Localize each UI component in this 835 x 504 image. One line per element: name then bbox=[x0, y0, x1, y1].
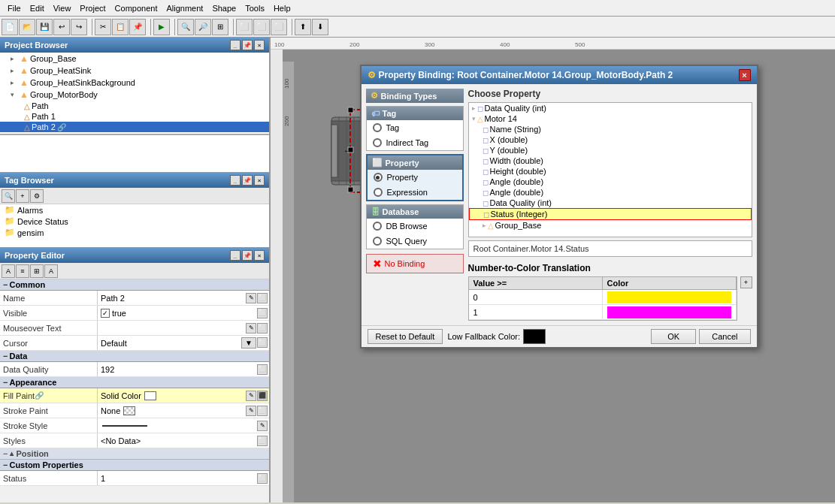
tb-fit[interactable]: ⊞ bbox=[212, 19, 228, 35]
pe-tb-4[interactable]: A bbox=[44, 264, 58, 278]
pt-angle1[interactable]: ◻ Angle (double) bbox=[469, 177, 752, 187]
tree-item-path[interactable]: △ Path bbox=[0, 101, 269, 111]
reset-default-button[interactable]: Reset to Default bbox=[368, 329, 443, 344]
indirect-tag-option[interactable]: Indirect Tag bbox=[367, 135, 463, 150]
menu-project[interactable]: Project bbox=[75, 2, 110, 14]
prop-bind-styles[interactable]: ⬜ bbox=[257, 436, 268, 446]
tb-undo[interactable]: ↩ bbox=[53, 19, 70, 35]
tb-zoom-in[interactable]: 🔍 bbox=[177, 19, 194, 35]
pt-height[interactable]: ◻ Height (double) bbox=[469, 166, 752, 177]
tree-item-path1[interactable]: △ Path 1 bbox=[0, 111, 269, 122]
dialog-ok-button[interactable]: OK bbox=[651, 329, 696, 344]
menu-view[interactable]: View bbox=[49, 2, 76, 14]
tb-align-left[interactable]: ⬜ bbox=[236, 19, 253, 35]
tb-redo[interactable]: ↪ bbox=[71, 19, 87, 35]
tb-new[interactable]: 📄 bbox=[2, 19, 18, 35]
pb-pin[interactable]: 📌 bbox=[242, 40, 253, 50]
pb-minimize[interactable]: _ bbox=[230, 40, 241, 50]
tag-item-alarms[interactable]: 📁 Alarms bbox=[0, 204, 269, 216]
pt-data-quality[interactable]: ▸ ◻ Data Quality (int) bbox=[469, 103, 752, 113]
tag-radio[interactable] bbox=[373, 123, 382, 132]
pe-pin[interactable]: 📌 bbox=[242, 250, 253, 261]
tb-align-right[interactable]: ⬜ bbox=[271, 19, 287, 35]
menu-file[interactable]: File bbox=[3, 2, 26, 14]
pt-status[interactable]: ◻ Status (Integer) bbox=[469, 208, 752, 220]
prop-edit-stroke[interactable]: ✎ bbox=[246, 406, 256, 416]
tb-close-btn[interactable]: × bbox=[254, 175, 265, 186]
prop-edit-name[interactable]: ✎ bbox=[246, 293, 256, 303]
pt-angle2[interactable]: ◻ Angle (double) bbox=[469, 187, 752, 198]
no-binding-button[interactable]: ✖ No Binding bbox=[366, 254, 464, 273]
sql-query-option[interactable]: SQL Query bbox=[367, 234, 463, 249]
expression-option[interactable]: Expression bbox=[368, 185, 462, 200]
prop-bind-visible[interactable]: ⬜ bbox=[257, 308, 268, 318]
tb-save[interactable]: 💾 bbox=[36, 19, 53, 35]
menu-help[interactable]: Help bbox=[269, 2, 295, 14]
tb-cut[interactable]: ✂ bbox=[95, 19, 111, 35]
property-tree[interactable]: ▸ ◻ Data Quality (int) ▾ △ Motor 14 bbox=[468, 102, 752, 237]
tb-open[interactable]: 📂 bbox=[19, 19, 35, 35]
menu-tools[interactable]: Tools bbox=[241, 2, 269, 14]
prop-bind-dq[interactable]: ⬜ bbox=[257, 364, 268, 375]
tree-item-path2[interactable]: △ Path 2 🔗 bbox=[0, 122, 269, 132]
pe-tb-1[interactable]: A bbox=[2, 264, 15, 278]
prop-edit-fill[interactable]: ✎ bbox=[246, 391, 256, 401]
property-option[interactable]: Property bbox=[368, 170, 462, 185]
tb-zoom-out[interactable]: 🔎 bbox=[195, 19, 211, 35]
pe-tb-2[interactable]: ≡ bbox=[16, 264, 29, 278]
pt-name[interactable]: ◻ Name (String) bbox=[469, 124, 752, 134]
pb-close[interactable]: × bbox=[254, 40, 265, 50]
pe-close[interactable]: × bbox=[254, 250, 265, 261]
prop-bind-name[interactable]: ⬜ bbox=[257, 293, 268, 303]
tb-back[interactable]: ⬇ bbox=[312, 19, 328, 35]
tb-copy[interactable]: 📋 bbox=[112, 19, 129, 35]
tree-item-heatsinkbg[interactable]: ▸ ▲ Group_HeatSinkBackground bbox=[0, 77, 269, 89]
prop-bind-fill[interactable]: ⬛ bbox=[257, 391, 268, 401]
tag-option[interactable]: Tag bbox=[367, 120, 463, 135]
nct-add-icon[interactable]: + bbox=[740, 276, 752, 288]
tag-item-device-status[interactable]: 📁 Device Status bbox=[0, 216, 269, 227]
pe-minimize[interactable]: _ bbox=[230, 250, 241, 261]
tb-minimize[interactable]: _ bbox=[230, 175, 241, 186]
pt-x[interactable]: ◻ X (double) bbox=[469, 134, 752, 145]
pt-width[interactable]: ◻ Width (double) bbox=[469, 155, 752, 166]
prop-edit-strokestyle[interactable]: ✎ bbox=[257, 421, 268, 431]
db-browse-radio[interactable] bbox=[373, 222, 382, 231]
property-radio[interactable] bbox=[374, 173, 383, 182]
indirect-tag-radio[interactable] bbox=[373, 138, 382, 147]
prop-edit-mouseover[interactable]: ✎ bbox=[246, 323, 256, 333]
pe-tb-3[interactable]: ⊞ bbox=[30, 264, 44, 278]
menu-edit[interactable]: Edit bbox=[26, 2, 49, 14]
pt-group-base[interactable]: ▸ △ Group_Base bbox=[469, 220, 752, 231]
menu-alignment[interactable]: Alignment bbox=[162, 2, 207, 14]
sql-query-radio[interactable] bbox=[373, 237, 382, 246]
prop-bind-cursor[interactable]: ⬜ bbox=[257, 337, 268, 348]
expression-radio[interactable] bbox=[374, 188, 383, 197]
visible-checkbox[interactable]: ✓ bbox=[101, 309, 110, 318]
tree-item-group-base[interactable]: ▸ ▲ Group_Base bbox=[0, 53, 269, 65]
tb-paste[interactable]: 📌 bbox=[129, 19, 146, 35]
tb-align-center[interactable]: ⬜ bbox=[253, 19, 270, 35]
tag-tb-btn-1[interactable]: 🔍 bbox=[2, 189, 15, 203]
pt-motor14[interactable]: ▾ △ Motor 14 bbox=[469, 113, 752, 124]
prop-bind-status[interactable]: ⬜ bbox=[257, 473, 268, 484]
prop-bind-mouseover[interactable]: ⬜ bbox=[257, 323, 268, 333]
pt-y[interactable]: ◻ Y (double) bbox=[469, 145, 752, 155]
tree-item-motorbody[interactable]: ▾ ▲ Group_MotorBody bbox=[0, 89, 269, 101]
dialog-cancel-button[interactable]: Cancel bbox=[699, 329, 750, 344]
db-browse-option[interactable]: DB Browse bbox=[367, 219, 463, 234]
prop-bind-stroke[interactable]: ⬜ bbox=[257, 406, 268, 416]
cursor-dropdown[interactable]: ▼ bbox=[241, 337, 256, 349]
tag-tb-btn-2[interactable]: + bbox=[16, 189, 29, 203]
tag-tb-btn-3[interactable]: ⚙ bbox=[30, 189, 44, 203]
menu-shape[interactable]: Shape bbox=[207, 2, 241, 14]
tree-item-heatsink[interactable]: ▸ ▲ Group_HeatSink bbox=[0, 65, 269, 77]
pt-dq2[interactable]: ◻ Data Quality (int) bbox=[469, 198, 752, 208]
menu-component[interactable]: Component bbox=[110, 2, 162, 14]
tb-run[interactable]: ▶ bbox=[153, 19, 170, 35]
dialog-close-button[interactable]: × bbox=[739, 69, 751, 81]
tb-front[interactable]: ⬆ bbox=[295, 19, 311, 35]
tag-item-gensim[interactable]: 📁 gensim bbox=[0, 227, 269, 238]
tb-pin[interactable]: 📌 bbox=[242, 175, 253, 186]
canvas-content[interactable]: 100 200 bbox=[283, 50, 835, 502]
